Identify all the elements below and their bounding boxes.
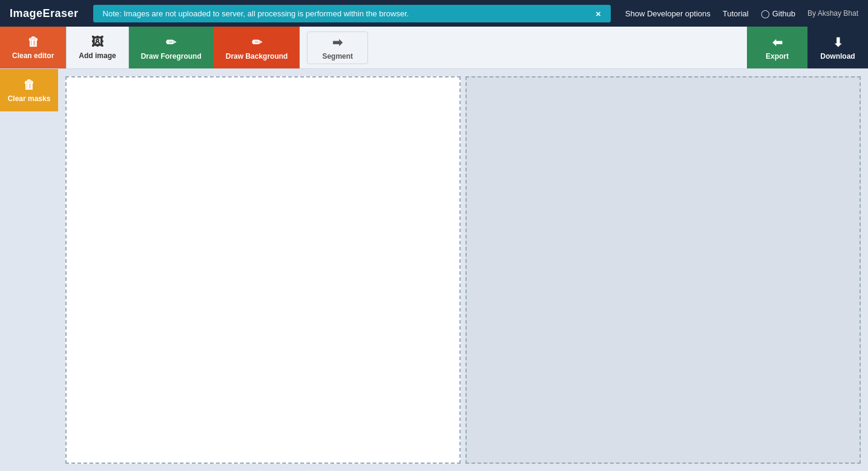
clean-editor-button[interactable]: 🗑 Clean editor: [0, 27, 66, 68]
github-label: Github: [772, 9, 795, 18]
tutorial-link[interactable]: Tutorial: [723, 9, 749, 18]
segment-button[interactable]: ➡ Segment: [307, 31, 368, 64]
author-label: By Akshay Bhat: [807, 9, 858, 18]
download-button[interactable]: ⬇ Download: [807, 27, 868, 68]
notice-bar: Note: Images are not uploaded to server,…: [93, 5, 611, 22]
segment-icon: ➡: [332, 35, 343, 50]
image-icon: 🖼: [91, 35, 104, 49]
trash-icon: 🗑: [27, 35, 39, 49]
export-button[interactable]: ⬅ Export: [747, 27, 807, 68]
draw-background-label: Draw Background: [226, 52, 288, 61]
download-icon: ⬇: [833, 35, 843, 50]
draw-background-button[interactable]: ✏ Draw Background: [214, 27, 300, 68]
github-link[interactable]: ◯ Github: [761, 9, 795, 18]
clear-masks-button[interactable]: 🗑 Clear masks: [0, 69, 58, 111]
clean-editor-label: Clean editor: [12, 51, 54, 60]
draw-foreground-label: Draw Foreground: [141, 52, 202, 61]
draw-foreground-button[interactable]: ✏ Draw Foreground: [129, 27, 214, 68]
right-canvas: [465, 76, 861, 464]
left-canvas[interactable]: [65, 76, 461, 464]
export-download-wrap: ⬅ Export ⬇ Download: [747, 27, 868, 68]
clear-masks-label: Clear masks: [8, 94, 51, 103]
segment-label: Segment: [322, 52, 353, 61]
pencil-fg-icon: ✏: [166, 35, 176, 50]
github-icon: ◯: [761, 9, 770, 18]
canvas-area: [58, 69, 868, 471]
notice-text: Note: Images are not uploaded to server,…: [103, 9, 409, 18]
arrow-left-icon: ⬅: [772, 35, 783, 50]
trash-masks-icon: 🗑: [23, 78, 35, 92]
add-image-label: Add image: [79, 51, 116, 60]
pencil-bg-icon: ✏: [252, 35, 262, 50]
export-label: Export: [766, 52, 789, 61]
nav-links: Show Developer options Tutorial ◯ Github…: [625, 9, 858, 18]
notice-close-button[interactable]: ×: [596, 8, 601, 19]
app-brand: ImageEraser: [10, 7, 79, 20]
download-label: Download: [820, 52, 855, 61]
show-developer-options-link[interactable]: Show Developer options: [625, 9, 711, 18]
add-image-button[interactable]: 🖼 Add image: [66, 27, 128, 68]
segment-wrap: ➡ Segment: [300, 27, 380, 68]
left-sidebar: 🗑 Clear masks: [0, 69, 58, 471]
